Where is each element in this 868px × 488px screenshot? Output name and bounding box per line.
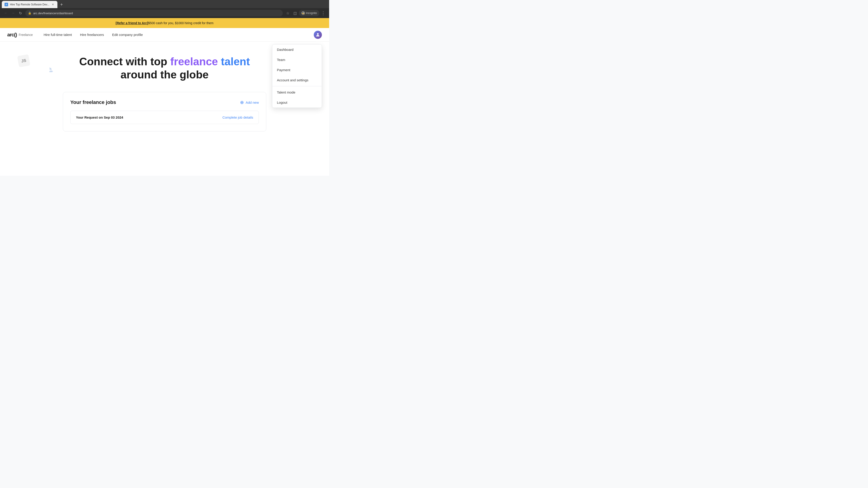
job-list-item: Your Request on Sep 03 2024 Complete job… — [70, 111, 259, 124]
site-nav: Hire full-time talent Hire freelancers E… — [43, 33, 314, 37]
tab-bar: A Hire Top Remote Software Dev... ✕ + — [0, 0, 329, 8]
reload-button[interactable]: ↻ — [17, 10, 24, 16]
svg-point-0 — [317, 33, 318, 35]
add-new-label: Add new — [246, 101, 259, 104]
user-avatar[interactable] — [314, 31, 322, 39]
bookmark-button[interactable]: ☆ — [285, 10, 291, 16]
incognito-badge: 🕵 Incognito — [299, 10, 319, 16]
extensions-button[interactable]: ◫ — [292, 10, 298, 16]
logo-sub-label: Freelance — [19, 33, 33, 37]
logo-text[interactable]: arc() — [7, 32, 17, 38]
browser-menu-button[interactable]: ⋮ — [320, 10, 327, 16]
jobs-card: Your freelance jobs ⊕ Add new Your Reque… — [63, 92, 266, 131]
nav-hire-fulltime[interactable]: Hire full-time talent — [43, 33, 72, 37]
add-new-job-button[interactable]: ⊕ Add new — [240, 100, 259, 105]
nav-hire-freelancers[interactable]: Hire freelancers — [80, 33, 104, 37]
logo-area: arc() Freelance — [7, 32, 33, 38]
dropdown-item-account-settings[interactable]: Account and settings — [272, 75, 322, 85]
hero-title-line2: around the globe — [121, 69, 209, 80]
user-dropdown-menu: Dashboard Team Payment Account and setti… — [272, 44, 322, 108]
dropdown-item-payment[interactable]: Payment — [272, 65, 322, 75]
dropdown-item-dashboard[interactable]: Dashboard — [272, 44, 322, 55]
complete-job-details-link[interactable]: Complete job details — [222, 116, 253, 119]
js-floating-icon: JS — [17, 54, 30, 67]
job-item-title: Your Request on Sep 03 2024 — [76, 116, 123, 119]
promo-banner: [Refer a friend to Arc] $500 cash for yo… — [0, 18, 329, 28]
back-button[interactable]: ← — [3, 10, 9, 16]
incognito-label: Incognito — [306, 11, 317, 15]
banner-text: $500 cash for you, $1000 hiring credit f… — [148, 21, 214, 25]
new-tab-button[interactable]: + — [58, 1, 65, 8]
browser-nav-bar: ← → ↻ 🔒 arc.dev/freelancers/dashboard ☆ … — [0, 8, 329, 18]
incognito-icon: 🕵 — [301, 11, 305, 15]
dropdown-item-talent-mode[interactable]: Talent mode — [272, 87, 322, 97]
nav-arrows: ← → ↻ — [3, 10, 24, 16]
tab-close-button[interactable]: ✕ — [51, 3, 55, 6]
forward-button[interactable]: → — [10, 10, 16, 16]
nav-edit-profile[interactable]: Edit company profile — [112, 33, 143, 37]
security-lock-icon: 🔒 — [28, 11, 31, 15]
active-tab[interactable]: A Hire Top Remote Software Dev... ✕ — [2, 1, 57, 8]
hero-title-blue: talent — [221, 56, 250, 68]
add-new-icon: ⊕ — [240, 100, 244, 105]
hero-title-space — [218, 56, 221, 68]
page-content: [Refer a friend to Arc] $500 cash for yo… — [0, 18, 329, 176]
url-text: arc.dev/freelancers/dashboard — [33, 11, 280, 15]
address-bar[interactable]: 🔒 arc.dev/freelancers/dashboard — [25, 10, 283, 17]
tab-favicon: A — [4, 3, 8, 6]
browser-actions: ☆ ◫ 🕵 Incognito ⋮ — [285, 10, 327, 16]
tab-title: Hire Top Remote Software Dev... — [10, 3, 49, 6]
banner-link[interactable]: [Refer a friend to Arc] — [116, 21, 148, 25]
dropdown-item-logout[interactable]: Logout — [272, 97, 322, 107]
jobs-header: Your freelance jobs ⊕ Add new — [70, 99, 259, 105]
java-floating-icon — [45, 64, 57, 76]
site-header: arc() Freelance Hire full-time talent Hi… — [0, 28, 329, 41]
jobs-section-title: Your freelance jobs — [70, 99, 116, 105]
hero-title-purple: freelance — [170, 56, 218, 68]
dropdown-item-team[interactable]: Team — [272, 55, 322, 65]
hero-title-plain: Connect with top — [79, 56, 170, 68]
